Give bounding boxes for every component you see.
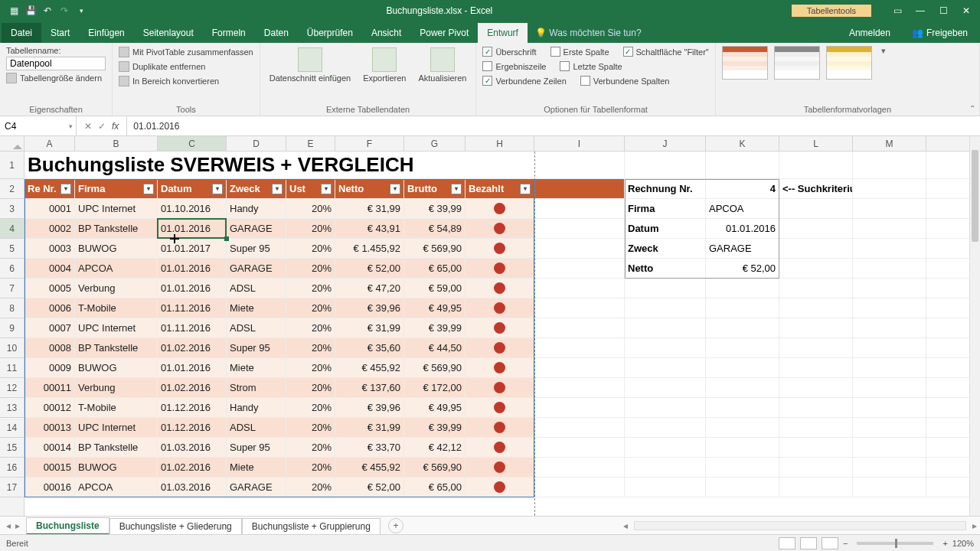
sheet-tab-1[interactable]: Buchungsliste + Gliederung — [109, 518, 242, 534]
summarize-pivot-button[interactable]: Mit PivotTable zusammenfassen — [119, 46, 253, 58]
row-header-9[interactable]: 9 — [0, 318, 24, 338]
row-header-6[interactable]: 6 — [0, 259, 24, 279]
chk-total-row[interactable]: Ergebniszeile — [482, 60, 546, 72]
maximize-icon[interactable]: ☐ — [933, 3, 954, 18]
style-thumb-gold[interactable] — [826, 46, 872, 80]
zoom-level[interactable]: 120% — [952, 539, 974, 548]
share-button[interactable]: 👥Freigeben — [901, 23, 978, 43]
style-thumb-orange[interactable] — [722, 46, 768, 80]
col-header-M[interactable]: M — [853, 136, 926, 151]
collapse-ribbon-icon[interactable]: ⌃ — [969, 104, 975, 112]
hscroll-right-icon[interactable]: ▸ — [969, 520, 980, 531]
row-header-3[interactable]: 3 — [0, 199, 24, 219]
view-normal-icon[interactable] — [779, 537, 795, 549]
filter-icon[interactable]: ▾ — [143, 184, 154, 194]
col-header-G[interactable]: G — [404, 136, 466, 151]
new-sheet-button[interactable]: + — [388, 518, 403, 533]
chk-first-col[interactable]: Erste Spalte — [550, 46, 609, 57]
row-header-4[interactable]: 4 — [0, 219, 24, 239]
tab-design[interactable]: Entwurf — [478, 23, 528, 43]
sheet-nav-next-icon[interactable]: ▸ — [15, 520, 20, 531]
row-header-16[interactable]: 16 — [0, 458, 24, 478]
col-header-L[interactable]: L — [779, 136, 853, 151]
col-header-I[interactable]: I — [534, 136, 625, 151]
name-box[interactable]: C4 — [0, 116, 77, 135]
qat-more-icon[interactable]: ▾ — [75, 5, 87, 17]
horizontal-scrollbar[interactable]: ◂ ▸ — [620, 520, 980, 531]
row-header-5[interactable]: 5 — [0, 239, 24, 259]
redo-icon[interactable]: ↷ — [58, 5, 70, 17]
row-headers[interactable]: 1234567891011121314151617 — [0, 152, 24, 516]
col-header-K[interactable]: K — [706, 136, 779, 151]
tab-powerpivot[interactable]: Power Pivot — [410, 23, 478, 43]
remove-duplicates-button[interactable]: Duplikate entfernen — [119, 60, 205, 73]
zoom-out-icon[interactable]: − — [843, 539, 848, 548]
col-header-A[interactable]: A — [24, 136, 75, 151]
ribbon-display-icon[interactable]: ▭ — [887, 3, 908, 18]
tab-data[interactable]: Daten — [255, 23, 298, 43]
resize-table-button[interactable]: Tabellengröße ändern — [6, 72, 102, 84]
formula-input[interactable]: 01.01.2016 — [127, 116, 980, 135]
close-icon[interactable]: ✕ — [956, 3, 977, 18]
row-header-10[interactable]: 10 — [0, 338, 24, 358]
filter-icon[interactable]: ▾ — [60, 184, 71, 194]
tab-page-layout[interactable]: Seitenlayout — [134, 23, 203, 43]
chk-banded-rows[interactable]: ✓Verbundene Zeilen — [482, 75, 566, 86]
col-header-B[interactable]: B — [75, 136, 158, 151]
hscroll-left-icon[interactable]: ◂ — [620, 520, 631, 531]
tab-formulas[interactable]: Formeln — [203, 23, 255, 43]
row-header-8[interactable]: 8 — [0, 298, 24, 318]
zoom-slider[interactable] — [857, 542, 933, 545]
row-header-12[interactable]: 12 — [0, 378, 24, 398]
column-headers[interactable]: ABCDEFGHIJKLM — [24, 136, 969, 152]
col-header-C[interactable]: C — [158, 136, 227, 151]
col-header-D[interactable]: D — [227, 136, 286, 151]
save-icon[interactable]: 💾 — [24, 5, 37, 17]
insert-slicer-button[interactable]: Datenschnitt einfügen — [266, 46, 354, 84]
chk-banded-cols[interactable]: Verbundene Spalten — [580, 75, 670, 86]
col-header-J[interactable]: J — [625, 136, 706, 151]
filter-icon[interactable]: ▾ — [520, 184, 531, 194]
chk-filter-button[interactable]: ✓Schaltfläche "Filter" — [623, 46, 709, 57]
sheet-tab-active[interactable]: Buchungsliste — [26, 517, 109, 535]
styles-more-icon[interactable]: ▾ — [878, 46, 889, 56]
col-header-E[interactable]: E — [286, 136, 335, 151]
view-page-layout-icon[interactable] — [800, 537, 817, 549]
chk-header[interactable]: ✓Überschrift — [482, 46, 536, 57]
spreadsheet-grid[interactable]: ABCDEFGHIJKLM 1234567891011121314151617 … — [0, 136, 980, 516]
row-header-2[interactable]: 2 — [0, 179, 24, 199]
filter-icon[interactable]: ▾ — [321, 184, 332, 194]
refresh-button[interactable]: Aktualisieren — [415, 46, 469, 84]
tab-view[interactable]: Ansicht — [362, 23, 410, 43]
table-styles-gallery[interactable]: ▾ — [722, 46, 973, 80]
filter-icon[interactable]: ▾ — [451, 184, 462, 194]
row-header-7[interactable]: 7 — [0, 279, 24, 298]
row-header-15[interactable]: 15 — [0, 438, 24, 458]
col-header-H[interactable]: H — [466, 136, 534, 151]
minimize-icon[interactable]: — — [910, 3, 931, 18]
row-header-13[interactable]: 13 — [0, 398, 24, 418]
filter-icon[interactable]: ▾ — [212, 184, 223, 194]
chk-last-col[interactable]: Letzte Spalte — [560, 60, 622, 72]
row-header-1[interactable]: 1 — [0, 152, 24, 179]
row-header-11[interactable]: 11 — [0, 358, 24, 378]
style-thumb-gray[interactable] — [774, 46, 820, 80]
col-header-F[interactable]: F — [335, 136, 404, 151]
table-name-input[interactable] — [6, 57, 106, 70]
filter-icon[interactable]: ▾ — [272, 184, 283, 194]
cells-area[interactable]: Buchungsliste SVERWEIS + VERGLEICHRe Nr.… — [24, 152, 969, 516]
tab-review[interactable]: Überprüfen — [298, 23, 362, 43]
scrollbar-thumb[interactable] — [972, 150, 978, 242]
undo-icon[interactable]: ↶ — [41, 5, 54, 17]
sheet-tab-2[interactable]: Buchungsliste + Gruppierung — [242, 518, 381, 534]
filter-icon[interactable]: ▾ — [390, 184, 400, 194]
sheet-nav-prev-icon[interactable]: ◂ — [6, 520, 11, 531]
export-button[interactable]: Exportieren — [360, 46, 409, 84]
tab-insert[interactable]: Einfügen — [79, 23, 133, 43]
row-header-14[interactable]: 14 — [0, 418, 24, 438]
tell-me[interactable]: 💡 Was möchten Sie tun? — [528, 23, 838, 43]
convert-range-button[interactable]: In Bereich konvertieren — [119, 75, 219, 87]
view-page-break-icon[interactable] — [822, 537, 838, 549]
cancel-formula-icon[interactable]: ✕ — [84, 121, 92, 132]
signin-link[interactable]: Anmelden — [838, 23, 901, 43]
